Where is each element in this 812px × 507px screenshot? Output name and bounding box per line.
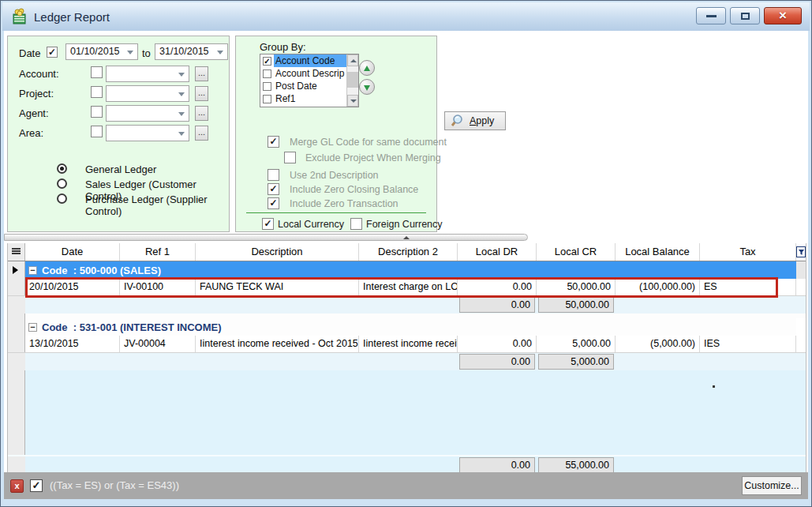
table-row[interactable]: 20/10/2015 IV-00100 FAUNG TECK WAI Inter… <box>8 279 806 296</box>
group-by-item-ref1[interactable]: Ref1 <box>260 92 358 105</box>
subtotal-local-dr: 0.00 <box>459 354 535 370</box>
account-combo[interactable] <box>106 66 189 82</box>
move-up-button[interactable] <box>359 60 375 76</box>
grid-filter-button[interactable] <box>796 243 806 261</box>
cell-local-balance[interactable]: (100,000.00) <box>616 279 700 295</box>
cell-local-dr[interactable]: 0.00 <box>458 336 537 352</box>
account-description-label: Account Descrip <box>274 67 358 80</box>
sales-ledger-radio[interactable] <box>57 178 67 189</box>
column-header-local-cr[interactable]: Local CR <box>537 243 616 261</box>
area-checkbox[interactable] <box>91 126 103 137</box>
chevron-down-icon <box>127 51 133 54</box>
include-zero-transaction-checkbox[interactable] <box>268 197 279 209</box>
cell-description2[interactable]: Interest charge on LOAN <box>359 279 458 295</box>
cell-local-cr[interactable]: 5,000.00 <box>537 336 616 352</box>
table-row[interactable]: 13/10/2015 JV-00004 Iinterest income rec… <box>8 336 806 353</box>
grand-total-local-cr: 55,000.00 <box>538 457 614 472</box>
collapse-icon[interactable] <box>28 266 37 275</box>
post-date-checkbox[interactable] <box>263 82 271 91</box>
include-zero-closing-checkbox[interactable] <box>268 183 279 195</box>
exclude-project-checkbox[interactable] <box>284 152 296 163</box>
account-checkbox[interactable] <box>91 66 103 78</box>
foreign-currency-checkbox[interactable] <box>350 218 362 230</box>
group-by-item-post-date[interactable]: Post Date <box>260 80 358 92</box>
window-title: Ledger Report <box>34 10 110 24</box>
column-header-date[interactable]: Date <box>25 243 120 261</box>
merge-gl-code-checkbox[interactable] <box>268 136 279 148</box>
cell-local-cr[interactable]: 50,000.00 <box>537 279 616 295</box>
purchase-ledger-radio[interactable] <box>57 193 67 204</box>
account-code-checkbox[interactable] <box>263 57 271 66</box>
agent-checkbox[interactable] <box>91 106 103 118</box>
group-header-interest-income[interactable]: Code : 531-001 (INTEREST INCOME) <box>25 318 796 336</box>
general-ledger-label: General Ledger <box>85 163 156 175</box>
general-ledger-radio[interactable] <box>57 163 67 174</box>
cell-description[interactable]: FAUNG TECK WAI <box>196 279 359 295</box>
filter-panel: Date 01/10/2015 to 31/10/2015 Account: .… <box>7 36 230 232</box>
project-browse-button[interactable]: ... <box>195 86 208 101</box>
filter-enabled-checkbox[interactable] <box>30 479 43 492</box>
column-header-local-dr[interactable]: Local DR <box>458 243 537 261</box>
date-from-value: 01/10/2015 <box>70 46 120 57</box>
filler-cell <box>796 336 806 352</box>
local-currency-checkbox[interactable]: ✓ <box>262 218 274 230</box>
collapse-icon[interactable] <box>28 323 37 332</box>
move-down-button[interactable] <box>359 79 375 95</box>
group-row-interest-income[interactable]: Code : 531-001 (INTEREST INCOME) <box>8 318 806 336</box>
project-combo[interactable] <box>106 85 189 102</box>
close-icon: × <box>779 9 787 23</box>
use-2nd-description-checkbox[interactable] <box>268 169 279 181</box>
column-header-description[interactable]: Description <box>196 243 359 261</box>
project-label: Project: <box>19 88 54 100</box>
cell-tax[interactable]: IES <box>700 336 796 352</box>
group-by-item-account-description[interactable]: Account Descrip <box>260 67 358 80</box>
column-chooser-button[interactable] <box>8 243 25 261</box>
cell-date[interactable]: 13/10/2015 <box>25 336 120 352</box>
maximize-button[interactable] <box>730 7 760 24</box>
local-currency-label: Local Currency <box>278 219 344 230</box>
cell-description2[interactable]: Iinterest income received... <box>359 336 458 352</box>
customize-button[interactable]: Customize... <box>742 476 802 495</box>
maximize-icon <box>741 13 750 20</box>
scroll-up-button[interactable] <box>347 54 358 66</box>
minimize-button[interactable] <box>696 7 726 24</box>
date-to-combo[interactable]: 31/10/2015 <box>155 43 228 60</box>
date-from-combo[interactable]: 01/10/2015 <box>65 43 138 60</box>
cell-ref1[interactable]: IV-00100 <box>120 279 196 295</box>
cell-ref1[interactable]: JV-00004 <box>120 336 196 352</box>
cell-local-balance[interactable]: (5,000.00) <box>616 336 700 352</box>
date-to-value: 31/10/2015 <box>159 46 209 57</box>
account-browse-button[interactable]: ... <box>195 66 208 81</box>
group-by-item-account-code[interactable]: Account Code <box>260 54 358 67</box>
group-row-sales[interactable]: Code : 500-000 (SALES) <box>8 261 806 279</box>
scroll-down-button[interactable] <box>347 95 358 107</box>
column-header-tax[interactable]: Tax <box>700 243 796 261</box>
agent-browse-button[interactable]: ... <box>195 106 208 121</box>
cell-date[interactable]: 20/10/2015 <box>25 279 120 295</box>
scroll-thumb[interactable] <box>347 72 358 88</box>
area-browse-button[interactable]: ... <box>195 126 208 141</box>
column-header-ref1[interactable]: Ref 1 <box>120 243 196 261</box>
group-header-sales[interactable]: Code : 500-000 (SALES) <box>25 261 796 279</box>
cell-local-dr[interactable]: 0.00 <box>458 279 537 295</box>
project-checkbox[interactable] <box>91 86 103 98</box>
apply-button[interactable]: Apply <box>444 111 506 130</box>
grand-total-local-dr: 0.00 <box>459 457 535 472</box>
scroll-down-icon <box>350 100 357 103</box>
title-bar[interactable]: Ledger Report × <box>2 2 810 31</box>
cell-tax[interactable]: ES <box>700 279 796 295</box>
remove-filter-button[interactable]: x <box>10 479 24 493</box>
list-scrollbar[interactable] <box>346 54 358 107</box>
cell-description[interactable]: Iinterest income received - Oct 2015 <box>196 336 359 352</box>
ref1-checkbox[interactable] <box>263 95 271 103</box>
date-checkbox[interactable] <box>47 47 58 58</box>
account-description-checkbox[interactable] <box>263 69 271 78</box>
group-header-text: Code : 531-001 (INTEREST INCOME) <box>42 319 222 336</box>
panel-splitter-scrollbar[interactable] <box>4 234 528 241</box>
close-button[interactable]: × <box>764 7 802 24</box>
column-header-local-balance[interactable]: Local Balance <box>616 243 700 261</box>
agent-combo[interactable] <box>106 105 189 122</box>
group-by-list[interactable]: Account Code Account Descrip Post Date R… <box>260 54 359 107</box>
column-header-description2[interactable]: Description 2 <box>359 243 458 261</box>
area-combo[interactable] <box>106 125 189 141</box>
